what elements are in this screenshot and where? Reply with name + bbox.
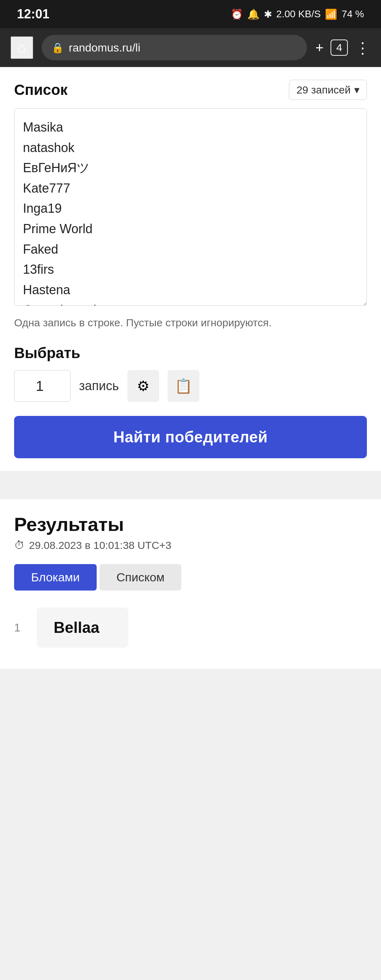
settings-icon-button[interactable]: ⚙: [128, 370, 159, 402]
chevron-down-icon: ▾: [354, 84, 359, 96]
lock-icon: 🔒: [51, 42, 64, 54]
view-tabs: Блоками Списком: [14, 564, 367, 590]
status-time: 12:01: [17, 7, 49, 22]
browser-bar: ⌂ 🔒 randomus.ru/li + 4 ⋮: [0, 28, 381, 67]
pick-controls: запись ⚙ 📋: [14, 370, 367, 402]
speed-indicator: 2.00 KB/S: [276, 8, 321, 20]
pick-section-title: Выбрать: [14, 345, 367, 361]
battery-indicator: 74 %: [341, 8, 364, 20]
winner-number: 1: [14, 621, 28, 634]
url-bar[interactable]: 🔒 randomus.ru/li: [41, 35, 307, 60]
find-winners-button[interactable]: Найти победителей: [14, 416, 367, 458]
page-content: Список 29 записей ▾ Masika natashok ЕвГе…: [0, 67, 381, 471]
hint-text: Одна запись в строке. Пустые строки игно…: [14, 315, 367, 331]
pick-section: Выбрать запись ⚙ 📋 Найти победителей: [14, 345, 367, 458]
copy-check-icon: 📋: [175, 378, 192, 395]
pick-label: запись: [79, 379, 119, 393]
url-text: randomus.ru/li: [69, 41, 140, 54]
status-bar: 12:01 ⏰ 🔔 ✱ 2.00 KB/S 📶 74 %: [0, 0, 381, 28]
home-button[interactable]: ⌂: [11, 37, 33, 59]
entries-textarea[interactable]: Masika natashok ЕвГеНиЯツ Kate777 Inga19 …: [14, 108, 367, 306]
results-section: Результаты ⏱ 29.08.2023 в 10:01:38 UTC+3…: [0, 499, 381, 669]
section-header: Список 29 записей ▾: [14, 80, 367, 100]
notification-icon: 🔔: [247, 8, 260, 20]
page-separator: [0, 471, 381, 499]
tab-list[interactable]: Списком: [99, 564, 182, 590]
pick-number-input[interactable]: [14, 370, 70, 402]
browser-actions: + 4 ⋮: [316, 39, 370, 57]
records-count-dropdown[interactable]: 29 записей ▾: [289, 80, 367, 100]
home-icon: ⌂: [17, 39, 26, 56]
browser-menu-icon[interactable]: ⋮: [355, 39, 370, 57]
network-icon: 📶: [325, 8, 337, 20]
tab-count-badge[interactable]: 4: [330, 40, 348, 56]
winner-name-card: Bellaa: [37, 608, 128, 648]
list-section-title: Список: [14, 81, 68, 99]
timestamp-text: 29.08.2023 в 10:01:38 UTC+3: [29, 539, 171, 551]
winner-card: 1 Bellaa: [14, 608, 367, 648]
results-title: Результаты: [14, 513, 367, 535]
gear-icon: ⚙: [137, 378, 150, 394]
copy-check-icon-button[interactable]: 📋: [167, 370, 199, 402]
new-tab-icon[interactable]: +: [316, 40, 324, 56]
results-timestamp: ⏱ 29.08.2023 в 10:01:38 UTC+3: [14, 539, 367, 551]
alarm-icon: ⏰: [231, 8, 243, 20]
bluetooth-icon: ✱: [264, 8, 272, 20]
records-count-label: 29 записей: [297, 84, 351, 96]
tab-blocks[interactable]: Блоками: [14, 564, 97, 590]
clock-icon: ⏱: [14, 539, 25, 551]
status-icons: ⏰ 🔔 ✱ 2.00 KB/S 📶 74 %: [231, 8, 364, 20]
